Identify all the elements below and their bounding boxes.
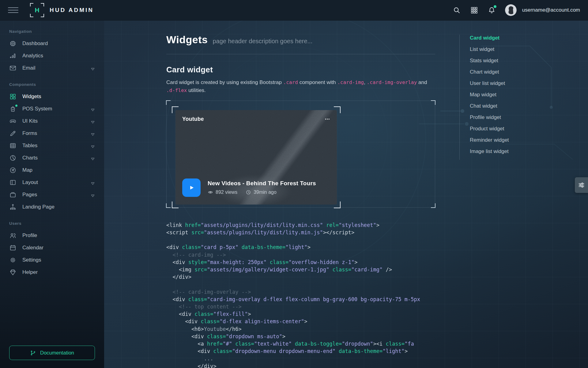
widget-nav-map-widget[interactable]: Map widget [470,91,509,98]
sidebar-item-landing-page[interactable]: Landing Page [9,201,95,213]
card-corner [334,106,341,113]
widget-nav-user-list-widget[interactable]: User list widget [470,80,509,87]
sidebar-item-forms[interactable]: Forms [9,127,95,140]
inline-code: .card-img [337,79,364,85]
play-button[interactable] [182,178,201,197]
code-line [166,236,430,243]
user-email[interactable]: username@account.com [522,7,580,13]
users-icon [9,232,17,239]
widget-nav-image-list-widget[interactable]: Image list widget [470,148,509,155]
widget-nav-reminder-widget[interactable]: Reminder widget [470,137,509,144]
sidebar-item-label: Landing Page [22,204,55,210]
section-description: Card widget is created by using existing… [166,79,435,95]
sidebar-item-calendar[interactable]: Calendar [9,242,95,254]
sidebar-item-pages[interactable]: Pages [9,189,95,201]
code-line: <img src="assets/img/gallery/widget-cove… [166,266,430,273]
code-line: <div class="card-img-overlay d-flex flex… [166,296,430,303]
card-menu-button[interactable]: ••• [325,117,330,121]
sidebar-item-profile[interactable]: Profile [9,229,95,242]
theme-settings-button[interactable] [575,177,588,193]
logo-corner [30,14,33,17]
inline-code: .card [283,79,298,85]
description-text: and [417,79,427,85]
sidebar-item-dashboard[interactable]: Dashboard [9,37,95,50]
card-corner [334,201,341,208]
layout-icon [9,179,17,186]
logo-corner [41,14,44,17]
widget-nav-product-widget[interactable]: Product widget [470,125,509,132]
header-divider [166,54,435,54]
section-title: Card widget [166,65,435,75]
sidebar-item-label: Settings [22,257,41,263]
eye-icon [208,190,213,195]
notifications-bell-icon[interactable] [488,6,496,14]
sidebar-item-label: UI Kits [22,118,38,124]
code-line: <!-- card-img --> [166,251,430,259]
description-text: utilities. [187,87,205,93]
sidebar-section-label: Navigation [9,29,95,34]
inline-code: .d-flex [166,87,187,93]
brand-logo[interactable]: H [31,4,43,17]
sidebar: NavigationDashboardAnalyticsEmailCompone… [0,21,104,368]
video-time: 39min ago [254,190,277,195]
envelope-icon [9,64,17,72]
sidebar-item-charts[interactable]: Charts [9,152,95,164]
search-icon[interactable] [453,6,461,14]
video-title: New Videos - Behind The Forest Tours [208,180,316,187]
widget-nav-profile-widget[interactable]: Profile widget [470,114,509,121]
apps-grid-icon[interactable] [470,6,478,14]
sidebar-item-label: Charts [22,155,38,161]
code-line: <div class="d-flex align-items-center"> [166,318,430,325]
sidebar-item-map[interactable]: Map [9,164,95,176]
sidebar-item-label: Map [22,167,32,173]
sidebar-item-label: Tables [22,143,37,149]
documentation-button[interactable]: Documentation [9,346,95,360]
card-app-title: Youtube [182,116,204,122]
sidebar-item-analytics[interactable]: Analytics [9,50,95,62]
bars-icon [9,52,17,59]
sidebar-item-label: POS System [22,106,52,112]
sidebar-item-label: Calendar [22,245,43,251]
sidebar-sections: NavigationDashboardAnalyticsEmailCompone… [9,29,95,278]
sidebar-item-label: Profile [22,232,37,239]
sidebar-item-layout[interactable]: Layout [9,176,95,189]
sidebar-item-pos-system[interactable]: POS System [9,103,95,115]
sidebar-item-tables[interactable]: Tables [9,140,95,152]
bag-icon [9,105,17,113]
gear-icon [9,256,17,264]
sidebar-item-label: Helper [22,269,38,275]
play-icon [187,184,195,192]
sidebar-item-ui-kits[interactable]: UI Kits [9,115,95,127]
sidebar-section-label: Users [9,221,95,226]
inline-code: .card-img-overlay [367,79,417,85]
chevron-down-icon [91,132,95,135]
chevron-down-icon [91,144,95,148]
sidebar-item-label: Layout [22,179,38,186]
sidebar-item-label: Pages [22,192,37,198]
code-line: <div class="flex-fill"> [166,310,430,318]
sidebar-item-email[interactable]: Email [9,62,95,74]
sidebar-item-label: Widgets [22,94,41,100]
chevron-down-icon [91,181,95,184]
widget-nav-list-widget[interactable]: List widget [470,46,509,53]
frame-corner [431,100,435,105]
page-title: Widgets [166,34,208,46]
sliders-icon [578,181,585,189]
calendar-icon [9,244,17,251]
menu-toggle-button[interactable] [8,6,18,15]
widget-nav-chart-widget[interactable]: Chart widget [470,69,509,76]
sidebar-item-settings[interactable]: Settings [9,254,95,266]
sidebar-item-widgets[interactable]: Widgets [9,90,95,103]
sidebar-item-helper[interactable]: Helper [9,266,95,278]
chevron-down-icon [91,193,95,197]
chevron-down-icon [91,66,95,70]
widget-nav-card-widget[interactable]: Card widget [470,35,509,42]
code-line: <div class="dropdown-menu dropdown-menu-… [166,347,430,355]
code-line: <script src="assets/plugins/lity/dist/li… [166,229,430,236]
sidebar-section-label: Components [9,82,95,87]
avatar[interactable] [505,4,517,16]
main-content: Widgets page header description goes her… [104,21,588,368]
widget-nav-stats-widget[interactable]: Stats widget [470,57,509,64]
brand-title: HUD ADMIN [50,7,94,13]
widget-nav-chat-widget[interactable]: Chat widget [470,103,509,110]
